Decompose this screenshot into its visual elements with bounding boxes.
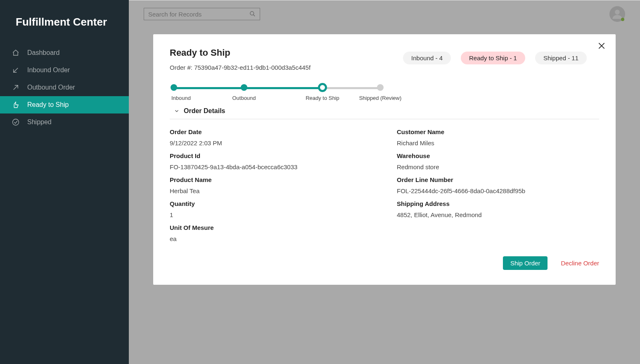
field-value: FOL-225444dc-26f5-4666-8da0-0ac4288df95b xyxy=(397,187,599,194)
field-value: 9/12/2022 2:03 PM xyxy=(170,139,372,147)
sidebar-item-label: Shipped xyxy=(27,118,52,126)
field-label: Product Id xyxy=(170,152,372,159)
chevron-down-icon xyxy=(174,108,180,114)
section-divider xyxy=(170,119,599,119)
field: Product IdFO-13870425-9a13-4bda-a054-bce… xyxy=(170,152,372,170)
progress-node xyxy=(377,84,384,91)
field: Order Line NumberFOL-225444dc-26f5-4666-… xyxy=(397,176,599,194)
sidebar-item-outbound-order[interactable]: Outbound Order xyxy=(0,79,129,96)
field-label: Unit Of Mesure xyxy=(170,224,372,231)
progress-node xyxy=(171,84,177,91)
status-pills: Inbound - 4Ready to Ship - 1Shipped - 11 xyxy=(403,52,587,64)
order-number: Order #: 75390a47-9b32-ed11-9db1-000d3a5… xyxy=(170,64,311,71)
svg-line-0 xyxy=(14,68,18,73)
progress-line xyxy=(244,87,322,89)
sidebar-item-shipped[interactable]: Shipped xyxy=(0,113,129,131)
progress-line xyxy=(322,87,380,89)
ship-order-button[interactable]: Ship Order xyxy=(503,256,548,270)
svg-line-1 xyxy=(14,85,18,90)
field-value: Richard Miles xyxy=(397,139,599,147)
svg-point-2 xyxy=(13,119,19,125)
progress-line xyxy=(174,87,244,89)
field: Product NameHerbal Tea xyxy=(170,176,372,194)
order-details-toggle[interactable]: Order Details xyxy=(174,107,599,117)
order-details: Order Date9/12/2022 2:03 PMProduct IdFO-… xyxy=(170,123,599,245)
field-label: Quantity xyxy=(170,200,372,207)
modal-title: Ready to Ship xyxy=(170,47,311,58)
close-icon[interactable] xyxy=(597,42,606,52)
sidebar-item-label: Outbound Order xyxy=(27,84,75,91)
main: Ready to Ship Order #: 75390a47-9b32-ed1… xyxy=(129,0,640,364)
field-label: Product Name xyxy=(170,176,372,183)
status-pill[interactable]: Inbound - 4 xyxy=(403,52,451,64)
status-pill[interactable]: Shipped - 11 xyxy=(535,52,587,64)
field: Unit Of Mesureea xyxy=(170,224,372,242)
field-value: FO-13870425-9a13-4bda-a054-bcecca6c3033 xyxy=(170,163,372,170)
arrow-down-left-icon xyxy=(12,66,20,74)
progress-node xyxy=(318,83,327,92)
progress-steps: InboundOutboundReady to ShipShipped (Rev… xyxy=(170,83,417,102)
check-circle-icon xyxy=(12,118,20,126)
sidebar-item-label: Inbound Order xyxy=(27,66,70,74)
progress-label: Ready to Ship xyxy=(306,95,339,101)
field: Customer NameRichard Miles xyxy=(397,128,599,147)
sidebar-item-ready-to-ship[interactable]: Ready to Ship xyxy=(0,96,129,113)
field-value: 1 xyxy=(170,211,372,218)
sidebar-item-label: Ready to Ship xyxy=(27,101,69,109)
modal-actions: Ship Order Decline Order xyxy=(170,256,599,270)
field-value: Herbal Tea xyxy=(170,187,372,194)
home-icon xyxy=(12,49,20,57)
field: Order Date9/12/2022 2:03 PM xyxy=(170,128,372,147)
field-value: Redmond store xyxy=(397,163,599,170)
status-pill[interactable]: Ready to Ship - 1 xyxy=(461,52,525,64)
field: WarehouseRedmond store xyxy=(397,152,599,170)
sidebar-item-dashboard[interactable]: Dashboard xyxy=(0,44,129,61)
sidebar: Fulfillment Center DashboardInbound Orde… xyxy=(0,0,129,364)
decline-order-button[interactable]: Decline Order xyxy=(561,260,599,267)
field-label: Customer Name xyxy=(397,128,599,135)
modal-overlay: Ready to Ship Order #: 75390a47-9b32-ed1… xyxy=(129,0,640,364)
field: Shipping Address4852, Elliot, Avenue, Re… xyxy=(397,200,599,218)
field: Quantity1 xyxy=(170,200,372,218)
progress-node xyxy=(241,84,247,91)
field-value: ea xyxy=(170,235,372,242)
field-label: Warehouse xyxy=(397,152,599,159)
progress-label: Shipped (Review) xyxy=(359,95,402,101)
field-label: Order Date xyxy=(170,128,372,135)
thumb-up-icon xyxy=(12,101,20,109)
progress-label: Inbound xyxy=(171,95,191,101)
brand-title: Fulfillment Center xyxy=(0,16,129,44)
nav: DashboardInbound OrderOutbound OrderRead… xyxy=(0,44,129,131)
modal: Ready to Ship Order #: 75390a47-9b32-ed1… xyxy=(153,34,616,285)
field-label: Order Line Number xyxy=(397,176,599,183)
sidebar-item-inbound-order[interactable]: Inbound Order xyxy=(0,61,129,79)
progress-label: Outbound xyxy=(232,95,256,101)
sidebar-item-label: Dashboard xyxy=(27,49,59,57)
field-value: 4852, Elliot, Avenue, Redmond xyxy=(397,211,599,218)
field-label: Shipping Address xyxy=(397,200,599,207)
arrow-up-right-icon xyxy=(12,83,20,92)
